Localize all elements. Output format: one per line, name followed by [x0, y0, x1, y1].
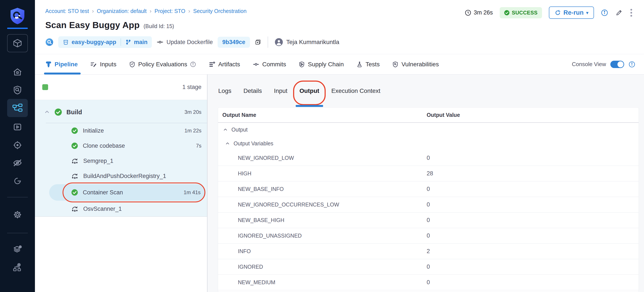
stage-list: Build 3m 20s Initialize 1m 22s Clone cod…	[35, 100, 207, 217]
tab-commits[interactable]: Commits	[252, 54, 286, 74]
tab-artifacts[interactable]: Artifacts	[208, 54, 240, 74]
info-icon[interactable]	[601, 9, 608, 17]
output-table-header: Output Name Output Value	[218, 107, 638, 123]
chevron-up-icon	[223, 127, 228, 132]
author: Teja Kummarikuntla	[274, 38, 339, 46]
rail-divider-2	[7, 233, 28, 233]
execution-header: Account: STO test › Organization: defaul…	[35, 0, 644, 54]
refresh-icon	[554, 10, 561, 16]
exemptions-eye-off-icon[interactable]	[7, 154, 28, 172]
settings-gear-icon[interactable]	[7, 206, 28, 224]
step-row-container-scan[interactable]: Container Scan 1m 41s	[49, 184, 206, 201]
policy-info-icon	[190, 61, 196, 67]
breadcrumb-account[interactable]: Account: STO test	[45, 8, 89, 14]
commit-icon	[156, 39, 164, 46]
artifacts-icon	[208, 61, 216, 68]
group-row-output-variables[interactable]: Output Variables	[218, 136, 638, 150]
home-icon[interactable]	[7, 63, 28, 81]
tab-vulnerabilities[interactable]: Vulnerabilities	[392, 54, 439, 74]
breadcrumb-project[interactable]: Project: STO	[154, 8, 185, 14]
tab-policy-evaluations[interactable]: Policy Evaluations	[129, 54, 196, 74]
group-row-output[interactable]: Output	[218, 123, 638, 136]
stage-tree-panel: 1 stage Build 3m 20s	[35, 75, 208, 292]
copy-icon[interactable]	[255, 39, 261, 45]
breadcrumb-separator: ›	[188, 8, 190, 15]
get-started-icon[interactable]	[7, 172, 28, 190]
scan-shield-icon[interactable]	[7, 81, 28, 99]
tests-flask-icon	[356, 61, 363, 68]
queued-loop-icon	[71, 157, 78, 165]
sto-shield-logo[interactable]	[9, 7, 26, 25]
pipelines-icon[interactable]	[7, 99, 28, 117]
collapse-chevron-icon[interactable]	[44, 109, 50, 115]
page-title: Scan Easy Buggy App	[45, 20, 140, 30]
repo-name[interactable]: easy-buggy-app	[72, 39, 116, 46]
edit-pencil-icon[interactable]	[615, 9, 623, 17]
step-row-build-and-push-docker[interactable]: BuildAndPushDockerRegistry_1	[35, 169, 207, 184]
step-row-initialize[interactable]: Initialize 1m 22s	[35, 123, 207, 138]
layers-gear-icon[interactable]	[7, 240, 28, 258]
tab-execution-context[interactable]: Execution Context	[331, 86, 381, 96]
build-id-label: (Build Id: 15)	[144, 23, 174, 29]
pill-divider	[120, 39, 121, 46]
table-row: HIGH 28	[218, 166, 638, 181]
tab-details[interactable]: Details	[243, 86, 262, 96]
vulnerabilities-shield-icon	[392, 61, 398, 68]
step-row-clone-codebase[interactable]: Clone codebase 7s	[35, 138, 207, 153]
tab-logs[interactable]: Logs	[218, 86, 232, 96]
success-check-icon	[71, 127, 78, 134]
duration: 3m 26s	[464, 9, 493, 16]
network-gear-icon[interactable]	[7, 258, 28, 276]
stage-summary-bar: 1 stage	[35, 75, 207, 100]
more-options-kebab-icon[interactable]	[630, 9, 633, 17]
column-output-name: Output Name	[222, 112, 426, 118]
active-module-underline	[7, 28, 28, 29]
success-check-icon	[54, 108, 62, 116]
console-view-info-icon[interactable]	[628, 61, 635, 68]
rail-divider	[7, 197, 28, 197]
tab-output[interactable]: Output	[299, 86, 320, 96]
tab-input[interactable]: Input	[274, 86, 288, 96]
branch-icon	[125, 39, 131, 45]
stage-count: 1 stage	[182, 84, 202, 90]
toggle-knob	[618, 61, 624, 67]
left-nav-rail	[0, 0, 35, 292]
step-detail-panel: Logs Details Input Output Execution Cont…	[208, 75, 644, 292]
console-view-toggle[interactable]	[610, 61, 624, 68]
tab-supply-chain[interactable]: Supply Chain	[298, 54, 344, 74]
tab-pipeline[interactable]: Pipeline	[45, 54, 78, 74]
branch-name[interactable]: main	[134, 39, 148, 46]
queued-loop-icon	[71, 172, 78, 180]
queued-loop-icon	[71, 205, 78, 213]
commit-message[interactable]: Update Dockerfile	[156, 39, 213, 46]
targets-icon[interactable]	[7, 136, 28, 154]
breadcrumb-organization[interactable]: Organization: default	[97, 8, 147, 14]
inputs-icon	[90, 61, 97, 68]
executions-icon[interactable]	[7, 118, 28, 136]
repo-branch-pill[interactable]: easy-buggy-app main	[58, 36, 152, 48]
tab-inputs[interactable]: Inputs	[90, 54, 116, 74]
avatar	[274, 38, 283, 46]
execution-tabbar: Pipeline Inputs Policy Evaluations	[35, 54, 644, 75]
active-subtab-underline	[296, 105, 323, 107]
supply-chain-icon	[298, 61, 305, 68]
rerun-button[interactable]: Re-run ▾	[549, 7, 594, 19]
table-row: NEW_MEDIUM 0	[218, 275, 638, 290]
success-check-icon	[504, 10, 510, 16]
pipeline-icon	[45, 61, 52, 68]
commit-sha[interactable]: 9b349ce	[218, 37, 250, 48]
stage-row-build[interactable]: Build 3m 20s	[35, 101, 207, 123]
module-cube-icon[interactable]	[7, 34, 28, 52]
column-output-value: Output Value	[426, 112, 460, 118]
breadcrumb-module[interactable]: Security Orchestration	[193, 8, 246, 14]
chevron-up-icon	[225, 141, 230, 146]
success-check-icon	[71, 189, 78, 196]
step-row-semgrep[interactable]: Semgrep_1	[35, 153, 207, 169]
table-row: INFO 2	[218, 244, 638, 259]
table-row: NEW_BASE_INFO 0	[218, 181, 638, 197]
step-row-osvscanner[interactable]: OsvScanner_1	[35, 201, 207, 216]
policy-shield-icon	[129, 61, 136, 68]
tab-tests[interactable]: Tests	[356, 54, 380, 74]
table-row: NEW_IGNORED_LOW 0	[218, 150, 638, 166]
stage-name[interactable]: Build	[66, 109, 82, 116]
